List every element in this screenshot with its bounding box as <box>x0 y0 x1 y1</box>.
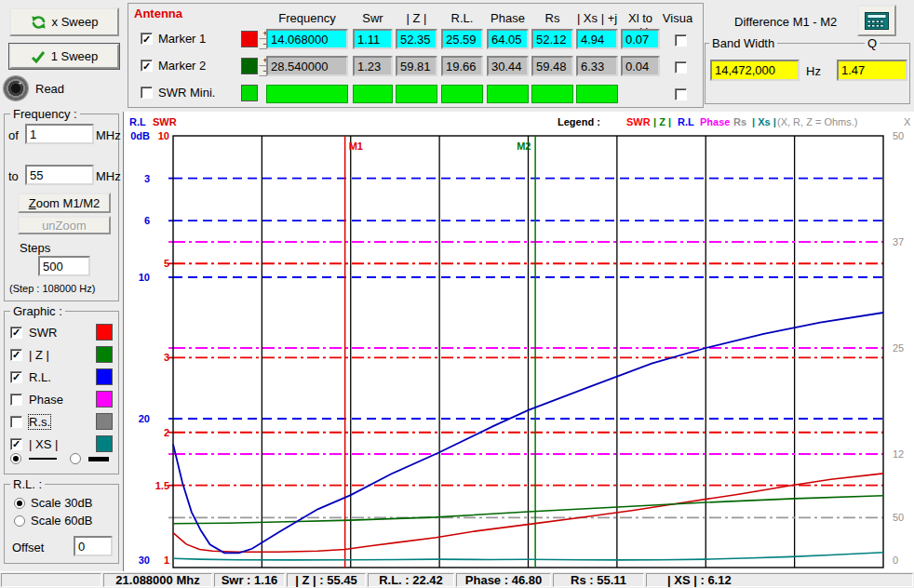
status-segment-empty <box>1 573 101 587</box>
swr-mini-color-swatch[interactable] <box>241 85 258 101</box>
graphic-color-swatch[interactable] <box>96 391 113 408</box>
column-header: Visua <box>650 11 706 25</box>
difference-panel: Difference M1 - M2 Band Width Q 14,472,0… <box>705 0 914 110</box>
value-cell[interactable]: 0.04 <box>621 56 660 76</box>
calculator-icon <box>865 12 889 30</box>
value-cell[interactable]: 59.81 <box>396 56 437 76</box>
x-sweep-label: x Sweep <box>52 15 99 29</box>
value-cell[interactable]: 64.05 <box>487 29 529 49</box>
legend-entry: SWR <box>626 116 651 127</box>
step-info: (Step : 108000 Hz) <box>9 283 95 294</box>
scale-30db-radio[interactable] <box>14 498 25 509</box>
graphic-item: ✓SWR <box>10 321 113 343</box>
checkmark-icon <box>31 50 46 63</box>
check-icon: ✓ <box>142 61 151 71</box>
graphic-color-swatch[interactable] <box>96 413 113 430</box>
value-cell[interactable]: 28.540000 <box>266 56 348 76</box>
scale-60db-label: Scale 60dB <box>31 514 93 528</box>
value-cell[interactable]: 59.48 <box>531 56 573 76</box>
steps-value: 500 <box>43 260 63 274</box>
graphic-checkbox[interactable]: ✓ <box>10 371 22 383</box>
ohm-tick-label: 25 <box>893 342 904 354</box>
q-field[interactable]: 1.47 <box>837 60 907 81</box>
one-sweep-button[interactable]: 1 Sweep <box>9 44 119 69</box>
status-segment: 21.088000 Mhz <box>103 573 212 587</box>
marker2-color-swatch[interactable] <box>241 58 258 74</box>
scale-30db-option[interactable]: Scale 30dB <box>14 496 93 510</box>
freq-to-input[interactable]: 55 <box>25 165 94 185</box>
rl-panel-title: R.L. : <box>10 477 45 491</box>
value-cell[interactable]: 25.59 <box>441 29 483 49</box>
read-knob-icon[interactable] <box>4 76 28 100</box>
graphic-item: R.s. <box>10 410 113 433</box>
graphic-label: | Z | <box>29 348 49 362</box>
bandwidth-groupbox: Band Width Q 14,472,000 Hz 1.47 <box>705 43 910 104</box>
swr-mini-checkbox[interactable] <box>141 87 153 99</box>
thick-line-radio[interactable] <box>70 453 81 464</box>
swr-mini-cell <box>531 85 573 103</box>
thick-line-sample <box>88 457 109 461</box>
rl-panel: R.L. : Scale 30dB Scale 60dB Offset 0 <box>4 484 119 564</box>
marker1-color-swatch[interactable] <box>241 31 258 47</box>
value-cell[interactable]: 1.23 <box>353 56 393 76</box>
value-cell[interactable]: 52.35 <box>396 29 437 49</box>
thin-line-radio[interactable] <box>10 453 21 464</box>
x-axis-header: X <box>904 116 911 127</box>
graphic-checkbox[interactable]: ✓ <box>10 327 22 339</box>
q-value: 1.47 <box>841 63 865 77</box>
graphic-checkbox[interactable]: ✓ <box>10 349 22 361</box>
graphic-color-swatch[interactable] <box>96 435 113 452</box>
frequency-panel: Frequency : of 1 MHz to 55 MHz Zoom M1/M… <box>4 114 119 301</box>
marker-label-m2: M2 <box>517 140 531 152</box>
value-cell[interactable]: 19.66 <box>441 56 483 76</box>
rl-tick-label: 20 <box>139 413 150 424</box>
graphic-item: ✓| XS | <box>10 433 113 455</box>
bandwidth-field[interactable]: 14,472,000 <box>710 60 800 81</box>
to-unit: MHz <box>96 169 121 183</box>
column-header: R.L. <box>441 11 483 25</box>
value-cell[interactable]: 0.07 <box>621 29 660 49</box>
swr-mini-cell <box>487 85 529 103</box>
graphic-color-swatch[interactable] <box>96 324 113 341</box>
unzoom-button[interactable]: unZoom <box>18 216 111 234</box>
graphic-color-swatch[interactable] <box>96 346 113 363</box>
marker2-visual-checkbox[interactable] <box>675 61 687 74</box>
sweep-plot[interactable]: M1M2R.LSWR0dB36102030105321.515037251250… <box>124 112 914 571</box>
antenna-analyzer-app: { "icons": {"check": "✓"}, "toolbar": { … <box>0 0 914 588</box>
value-cell[interactable]: 6.33 <box>576 56 618 76</box>
zoom-m1-m2-button[interactable]: Zoom M1/M2 <box>18 193 111 213</box>
legend-title: Legend : <box>558 116 600 127</box>
offset-input[interactable]: 0 <box>74 536 113 556</box>
marker1-checkbox[interactable]: ✓ <box>141 33 153 45</box>
marker2-checkbox[interactable]: ✓ <box>141 60 153 72</box>
value-cell[interactable]: 4.94 <box>576 29 618 49</box>
x-sweep-button[interactable]: x Sweep <box>9 7 119 36</box>
marker1-visual-checkbox[interactable] <box>675 34 687 47</box>
status-segment: | XS | : 6.12 <box>646 573 913 587</box>
column-header: | Z | <box>396 11 437 25</box>
freq-from-input[interactable]: 1 <box>25 124 94 144</box>
swr-mini-visual-checkbox[interactable] <box>675 88 687 100</box>
value-cell[interactable]: 1.11 <box>353 29 393 49</box>
graphic-checkbox[interactable] <box>10 416 22 428</box>
value-cell[interactable]: 30.44 <box>487 56 529 76</box>
graphic-checkbox[interactable]: ✓ <box>10 438 22 450</box>
status-segment: Swr : 1.16 <box>214 573 285 587</box>
scale-60db-option[interactable]: Scale 60dB <box>14 514 93 528</box>
graphic-color-swatch[interactable] <box>96 368 113 385</box>
frequency-panel-title: Frequency : <box>10 107 80 121</box>
graphic-checkbox[interactable] <box>10 394 22 406</box>
status-bar: 21.088000 MhzSwr : 1.16| Z | : 55.45R.L.… <box>0 571 914 588</box>
status-segment: R.L. : 22.42 <box>368 573 454 587</box>
scale-60db-radio[interactable] <box>14 515 25 527</box>
calculator-button[interactable] <box>857 5 896 36</box>
freq-from-value: 1 <box>30 127 36 141</box>
thin-line-sample <box>29 458 57 460</box>
column-header: | Xs | +j <box>576 11 618 25</box>
steps-input[interactable]: 500 <box>38 256 90 276</box>
value-cell[interactable]: 14.068000 <box>266 29 348 49</box>
value-cell[interactable]: 52.12 <box>531 29 573 49</box>
graphic-label: SWR <box>29 326 57 340</box>
to-label: to <box>8 169 19 183</box>
column-header: Frequency <box>266 11 348 25</box>
